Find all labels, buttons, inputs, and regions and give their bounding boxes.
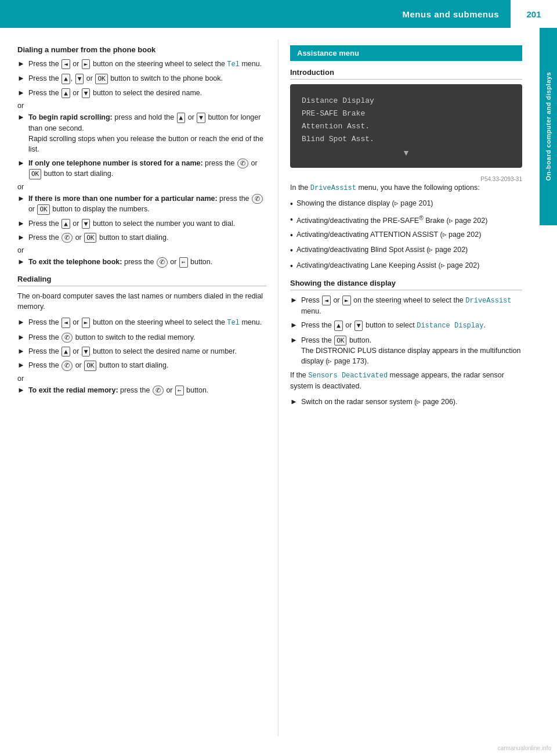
redial-item-1: Press the ◄ or ► button on the steering … xyxy=(28,317,262,328)
list-item: ► If only one telephone number is stored… xyxy=(17,158,266,179)
list-item: ► Press the ▲ or ▼ button to select Dist… xyxy=(290,320,522,331)
redial-item-3: Press the ▲ or ▼ button to select the de… xyxy=(28,346,237,357)
down-btn: ▼ xyxy=(75,74,84,84)
call-btn: ✆ xyxy=(62,233,73,243)
distance-display-code: Distance Display xyxy=(417,322,483,330)
arrow-icon: ► xyxy=(290,296,298,304)
dist-item-1: Press ◄ or ► on the steering wheel to se… xyxy=(301,295,522,317)
left-btn: ◄ xyxy=(62,318,70,327)
right-btn: ► xyxy=(82,318,91,327)
list-item: ► If there is more than one number for a… xyxy=(17,193,266,215)
left-btn: ◄ xyxy=(62,59,70,69)
dial-item-9: To exit the telephone book: press the ✆ … xyxy=(28,257,212,267)
side-tab-label: On-board computer and displays xyxy=(545,72,552,181)
back-btn: ← xyxy=(175,386,184,395)
down-btn: ▼ xyxy=(355,321,363,330)
up-btn: ▲ xyxy=(62,88,70,98)
main-content: Dialing a number from the phone book ► P… xyxy=(0,28,557,748)
down-btn: ▼ xyxy=(82,219,91,229)
list-item: ► Press the ✆ button to switch to the re… xyxy=(17,332,266,343)
side-tab: On-board computer and displays xyxy=(540,28,557,225)
dist-item-4: Switch on the radar sensor system (▹ pag… xyxy=(301,397,458,407)
right-btn: ► xyxy=(342,296,351,305)
list-item: ► Press the ▲, ▼ or OK button to switch … xyxy=(17,73,266,84)
display-line-3: Attention Asst. xyxy=(302,120,511,133)
up-btn: ▲ xyxy=(177,113,186,123)
list-item: ► To exit the redial memory: press the ✆… xyxy=(17,385,266,395)
bullet-dot: • xyxy=(290,214,293,225)
arrow-icon: ► xyxy=(17,74,25,82)
list-item: ► Press the OK button.The DISTRONIC PLUS… xyxy=(290,335,522,367)
list-item: ► Press ◄ or ► on the steering wheel to … xyxy=(290,295,522,317)
left-column: Dialing a number from the phone book ► P… xyxy=(0,39,278,736)
phone-end-btn: ✆ xyxy=(157,257,168,267)
list-item: ► To begin rapid scrolling: press and ho… xyxy=(17,112,266,154)
display-line-1: Distance Display xyxy=(302,95,511,107)
arrow-icon: ► xyxy=(17,347,25,355)
list-item: ► Press the ✆ or OK button to start dial… xyxy=(17,232,266,243)
arrow-icon: ► xyxy=(17,113,25,121)
watermark: carmanualonline.info xyxy=(498,745,551,751)
tel-code: Tel xyxy=(227,60,240,69)
arrow-icon: ► xyxy=(17,233,25,242)
display-line-2: PRE-SAFE Brake xyxy=(302,107,511,120)
list-item: ► Press the ▲ or ▼ button to select the … xyxy=(17,218,266,229)
dial-item-4: To begin rapid scrolling: press and hold… xyxy=(28,112,266,154)
list-item: ► Press the ▲ or ▼ button to select the … xyxy=(17,88,266,98)
arrow-icon: ► xyxy=(17,59,25,68)
or-separator-4: or xyxy=(17,375,266,383)
right-column: Assistance menu Introduction Distance Di… xyxy=(278,39,540,736)
ok-btn: OK xyxy=(95,74,107,84)
list-item: ► To exit the telephone book: press the … xyxy=(17,257,266,267)
list-item: ► Press the ◄ or ► button on the steerin… xyxy=(17,59,266,70)
ok-btn: OK xyxy=(334,336,346,345)
list-item: ► Press the ▲ or ▼ button to select the … xyxy=(17,346,266,357)
arrow-icon: ► xyxy=(17,88,25,97)
dist-item-2: Press the ▲ or ▼ button to select Distan… xyxy=(301,320,486,331)
introduction-title: Introduction xyxy=(290,68,522,80)
call-btn: ✆ xyxy=(62,333,73,343)
list-item: • Showing the distance display (▹ page 2… xyxy=(290,198,522,210)
page-number: 201 xyxy=(511,0,557,28)
list-item: • Activating/deactivating ATTENTION ASSI… xyxy=(290,229,522,241)
dial-item-2: Press the ▲, ▼ or OK button to switch to… xyxy=(28,73,223,84)
chapter-title: Menus and submenus xyxy=(402,9,499,19)
or-separator-1: or xyxy=(17,102,266,110)
up-btn: ▲ xyxy=(62,219,70,229)
ok-btn: OK xyxy=(84,361,96,370)
right-menu-item-3: Activating/deactivating ATTENTION ASSIST… xyxy=(296,229,482,240)
arrow-icon: ► xyxy=(17,219,25,228)
bullet-dot: • xyxy=(290,229,293,241)
assistance-menu-header: Assistance menu xyxy=(290,45,522,61)
bullet-dot: • xyxy=(290,198,293,210)
or-separator-2: or xyxy=(17,183,266,191)
call-btn: ✆ xyxy=(252,194,263,204)
arrow-icon: ► xyxy=(17,361,25,369)
drive-assist-code: DriveAssist xyxy=(465,297,511,305)
redial-item-5: To exit the redial memory: press the ✆ o… xyxy=(28,385,208,395)
sensors-note: If the Sensors Deactivated message appea… xyxy=(290,370,522,392)
dial-item-8: Press the ✆ or OK button to start dialin… xyxy=(28,232,169,243)
ok-btn: OK xyxy=(29,169,41,179)
dial-item-7: Press the ▲ or ▼ button to select the nu… xyxy=(28,218,235,229)
intro-para: In the DriveAssist menu, you have the fo… xyxy=(290,182,522,193)
or-separator-3: or xyxy=(17,246,266,254)
list-item: ► Switch on the radar sensor system (▹ p… xyxy=(290,397,522,407)
arrow-icon: ► xyxy=(17,159,25,167)
right-menu-item-4: Activating/deactivating Blind Spot Assis… xyxy=(296,244,468,255)
ok-btn: OK xyxy=(84,233,96,243)
list-item: ► Press the ◄ or ► button on the steerin… xyxy=(17,317,266,328)
list-item: • Activating/deactivating Blind Spot Ass… xyxy=(290,244,522,256)
back-btn: ← xyxy=(179,257,188,267)
bullet-dot: • xyxy=(290,244,293,256)
arrow-icon: ► xyxy=(17,318,25,326)
right-menu-item-2: Activating/deactivating the PRE-SAFE® Br… xyxy=(296,214,487,226)
call-btn: ✆ xyxy=(237,159,248,168)
arrow-icon: ► xyxy=(290,397,298,406)
list-item: • Activating/deactivating the PRE-SAFE® … xyxy=(290,214,522,226)
list-item: ► Press the ✆ or OK button to start dial… xyxy=(17,360,266,370)
up-btn: ▲ xyxy=(62,347,70,357)
dial-item-6: If there is more than one number for a p… xyxy=(28,193,266,215)
left-btn: ◄ xyxy=(322,296,331,305)
call-btn: ✆ xyxy=(62,361,73,370)
